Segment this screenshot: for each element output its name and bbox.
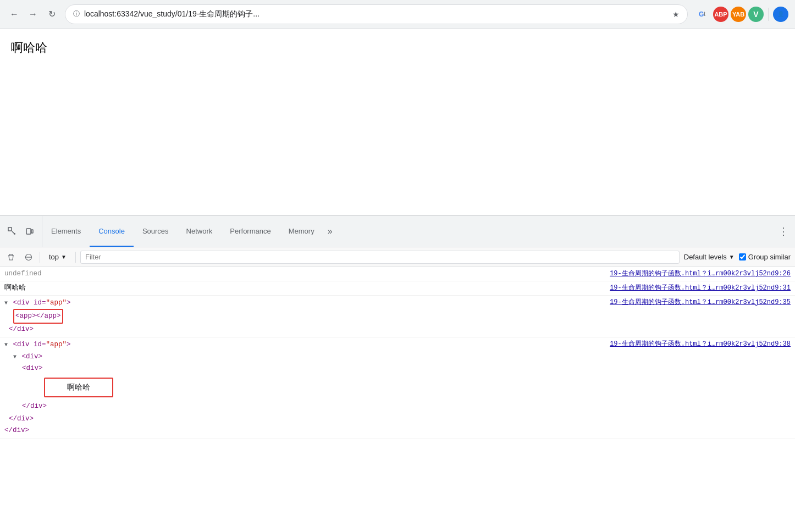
group-similar-label: Group similar: [748, 253, 791, 261]
console-row-3: ▼ <div id="app"> <app></app> </div> 19-生…: [0, 296, 795, 338]
console-dom-2: ▼ <div id="app"> ▼ <div> <div> 啊哈哈 </div…: [4, 339, 610, 436]
triangle-icon-2[interactable]: ▼: [4, 342, 8, 348]
console-divider-2: [75, 252, 76, 263]
vue-extension-icon[interactable]: V: [748, 7, 764, 22]
group-similar-checkbox[interactable]: [739, 253, 746, 261]
triangle-icon-1[interactable]: ▼: [4, 300, 8, 306]
console-output: undefined 19-生命周期的钩子函数.html？i…rm00k2r3vl…: [0, 267, 795, 532]
console-divider: [40, 252, 40, 263]
no-entry-icon[interactable]: [22, 251, 35, 264]
tab-elements[interactable]: Elements: [42, 216, 90, 247]
group-similar-checkbox-group: Group similar: [739, 253, 791, 261]
url-text: localhost:63342/vue_study/01/19-生命周期的钩子.…: [84, 9, 668, 19]
tab-network[interactable]: Network: [178, 216, 222, 247]
devtools-tab-bar: Elements Console Sources Network Perform…: [0, 216, 795, 247]
svg-rect-0: [8, 228, 12, 231]
yab-extension-icon[interactable]: YAB: [731, 7, 746, 22]
console-row-1: undefined 19-生命周期的钩子函数.html？i…rm00k2r3vl…: [0, 267, 795, 281]
console-link-1[interactable]: 19-生命周期的钩子函数.html？i…rm00k2r3vlj52nd9:26: [610, 269, 791, 278]
svg-rect-1: [26, 229, 31, 234]
browser-chrome: ← → ↻ ⓘ localhost:63342/vue_study/01/19-…: [0, 0, 795, 29]
devtools-menu-button[interactable]: ⋮: [772, 216, 795, 247]
console-undefined-text: undefined: [4, 270, 42, 278]
dropdown-arrow-icon: ▼: [61, 254, 67, 260]
console-toolbar: top ▼ Default levels ▼ Group similar: [0, 247, 795, 267]
console-row-2: 啊哈哈 19-生命周期的钩子函数.html？i…rm00k2r3vlj52nd9…: [0, 281, 795, 296]
default-levels-dropdown[interactable]: Default levels ▼: [684, 253, 735, 261]
profile-avatar[interactable]: 👤: [773, 7, 788, 22]
address-bar[interactable]: ⓘ localhost:63342/vue_study/01/19-生命周期的钩…: [65, 4, 688, 24]
translate-icon[interactable]: Gt: [693, 5, 711, 23]
more-tabs-button[interactable]: »: [323, 216, 337, 247]
devtools-icon-group: [0, 216, 42, 247]
svg-rect-2: [31, 230, 33, 233]
levels-dropdown-arrow: ▼: [729, 254, 735, 260]
forward-button[interactable]: →: [25, 7, 41, 22]
console-row-4: ▼ <div id="app"> ▼ <div> <div> 啊哈哈 </div…: [0, 337, 795, 439]
tab-console[interactable]: Console: [90, 216, 134, 247]
star-icon[interactable]: ★: [672, 10, 680, 19]
reload-button[interactable]: ↻: [44, 7, 59, 22]
page-content: 啊哈哈: [0, 29, 795, 215]
nav-buttons: ← → ↻: [7, 7, 59, 22]
console-link-2[interactable]: 19-生命周期的钩子函数.html？i…rm00k2r3vlj52nd9:31: [610, 283, 791, 292]
tab-performance[interactable]: Performance: [221, 216, 279, 247]
toolbar-separator: [768, 8, 769, 21]
element-picker-icon[interactable]: [4, 224, 20, 239]
highlighted-app-element: <app></app>: [13, 309, 63, 324]
devtools-tabs: Elements Console Sources Network Perform…: [42, 216, 772, 247]
context-selector[interactable]: top ▼: [45, 252, 71, 262]
console-link-3[interactable]: 19-生命周期的钩子函数.html？i…rm00k2r3vlj52nd9:35: [610, 297, 791, 307]
clear-console-button[interactable]: [4, 251, 18, 264]
devtools-panel: Elements Console Sources Network Perform…: [0, 215, 795, 532]
tab-sources[interactable]: Sources: [134, 216, 178, 247]
console-dom-1: ▼ <div id="app"> <app></app> </div>: [4, 297, 610, 336]
tab-memory[interactable]: Memory: [280, 216, 323, 247]
toolbar-icons: Gt ABP YAB V 👤: [693, 5, 788, 23]
triangle-icon-3[interactable]: ▼: [13, 354, 16, 360]
console-content-2: 啊哈哈: [4, 283, 610, 293]
abp-extension-icon[interactable]: ABP: [713, 7, 728, 22]
console-content-1: undefined: [4, 269, 610, 279]
back-button[interactable]: ←: [7, 7, 22, 22]
device-mode-icon[interactable]: [22, 224, 37, 239]
console-link-4[interactable]: 19-生命周期的钩子函数.html？i…rm00k2r3vlj52nd9:38: [610, 339, 791, 348]
highlighted-div-content: 啊哈哈: [44, 378, 113, 397]
filter-input[interactable]: [80, 251, 680, 264]
page-main-text: 啊哈哈: [11, 40, 784, 56]
lock-icon: ⓘ: [73, 9, 80, 19]
console-text-2: 啊哈哈: [4, 284, 26, 292]
